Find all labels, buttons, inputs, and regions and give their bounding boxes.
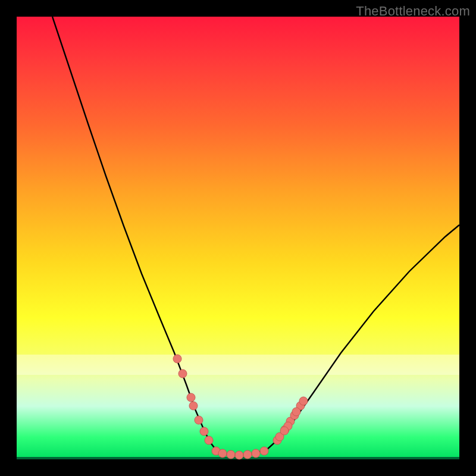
marker-dot: [195, 416, 203, 424]
marker-dot: [200, 427, 208, 436]
marker-dot: [218, 449, 227, 458]
chart-svg: [17, 17, 459, 459]
marker-dot: [178, 369, 187, 378]
marker-dot: [235, 451, 243, 459]
marker-dot: [243, 450, 252, 459]
watermark-text: TheBottleneck.com: [356, 4, 470, 19]
marker-dot: [292, 408, 300, 416]
marker-dot: [260, 447, 268, 455]
marker-dot: [280, 427, 289, 435]
marker-dot: [205, 436, 213, 444]
marker-dot: [189, 402, 198, 410]
marker-dot: [227, 450, 235, 459]
marker-dots: [173, 355, 308, 459]
curve-left-branch: [52, 17, 216, 450]
stage: TheBottleneck.com: [0, 0, 476, 476]
plot-area: [17, 17, 459, 459]
marker-dot: [299, 397, 308, 405]
marker-dot: [252, 449, 260, 458]
marker-dot: [187, 393, 195, 402]
marker-dot: [173, 355, 181, 363]
